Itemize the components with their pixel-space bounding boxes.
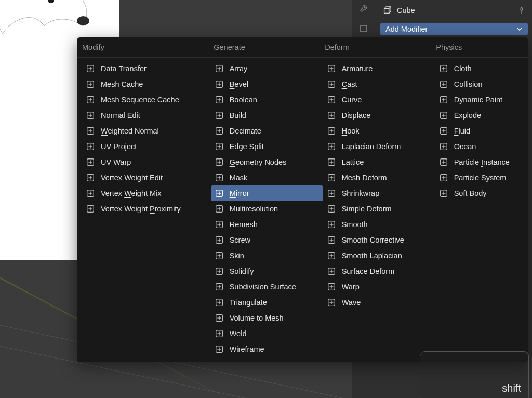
- modifier-item-shrinkwrap[interactable]: Shrinkwrap: [323, 185, 435, 201]
- modifier-item-simple-deform[interactable]: Simple Deform: [323, 201, 435, 217]
- modifier-item-bevel[interactable]: Bevel: [211, 76, 323, 92]
- modifier-item-label: Wave: [342, 298, 361, 307]
- modifier-item-laplacian-deform[interactable]: Laplacian Deform: [323, 139, 435, 154]
- modifier-item-label: Smooth Laplacian: [342, 251, 402, 260]
- modifier-item-mirror[interactable]: Mirror: [211, 185, 323, 201]
- modifier-item-label: Array: [230, 64, 248, 73]
- modifier-item-label: Screw: [230, 236, 250, 244]
- modifier-item-label: Vertex Weight Edit: [101, 174, 163, 182]
- modifier-item-label: Armature: [342, 64, 373, 73]
- modifier-item-uv-warp[interactable]: UV Warp: [82, 154, 211, 170]
- modifier-item-volume-to-mesh[interactable]: Volume to Mesh: [211, 310, 323, 326]
- add-modifier-dropdown[interactable]: Add Modifier: [380, 23, 528, 35]
- modifier-item-soft-body[interactable]: Soft Body: [435, 185, 528, 201]
- modifier-item-warp[interactable]: Warp: [323, 279, 435, 295]
- mesh-cache-icon: [85, 79, 96, 89]
- modifier-item-weighted-normal[interactable]: Weighted Normal: [82, 123, 211, 139]
- tool-settings-icon[interactable]: [354, 4, 373, 14]
- triangulate-icon: [214, 297, 224, 308]
- modifier-item-weld[interactable]: Weld: [211, 326, 323, 341]
- modifier-item-skin[interactable]: Skin: [211, 248, 323, 263]
- modifier-item-cast[interactable]: Cast: [323, 76, 435, 92]
- modifier-item-vertex-weight-edit[interactable]: Vertex Weight Edit: [82, 170, 211, 185]
- modifier-item-hook[interactable]: Hook: [323, 123, 435, 139]
- modifier-item-label: Cloth: [454, 64, 472, 73]
- modifier-item-ocean[interactable]: Ocean: [435, 139, 528, 154]
- modifier-item-fluid[interactable]: Fluid: [435, 123, 528, 139]
- vertex-weight-mix-icon: [85, 188, 96, 198]
- modifier-item-smooth[interactable]: Smooth: [323, 217, 435, 232]
- modifier-item-collision[interactable]: Collision: [435, 76, 528, 92]
- modifier-item-solidify[interactable]: Solidify: [211, 263, 323, 279]
- modifier-item-particle-instance[interactable]: Particle Instance: [435, 154, 528, 170]
- modifier-item-screw[interactable]: Screw: [211, 232, 323, 248]
- subsurf-icon: [214, 282, 224, 292]
- modifier-item-label: Remesh: [230, 220, 258, 229]
- modifier-item-remesh[interactable]: Remesh: [211, 217, 323, 232]
- modifier-item-mesh-sequence-cache[interactable]: Mesh Sequence Cache: [82, 92, 211, 108]
- modifier-item-label: Subdivision Surface: [230, 283, 296, 291]
- modifier-item-vertex-weight-proximity[interactable]: Vertex Weight Proximity: [82, 201, 211, 217]
- particle-system-icon: [438, 173, 449, 183]
- modifier-item-build[interactable]: Build: [211, 108, 323, 123]
- modifier-item-wireframe[interactable]: Wireframe: [211, 341, 323, 357]
- cloth-icon: [438, 63, 449, 74]
- modifier-item-cloth[interactable]: Cloth: [435, 61, 528, 76]
- modifier-item-data-transfer[interactable]: Data Transfer: [82, 61, 211, 76]
- modifier-item-displace[interactable]: Displace: [323, 108, 435, 123]
- pin-icon[interactable]: [517, 6, 526, 15]
- modifier-item-label: Surface Deform: [342, 267, 395, 275]
- uv-project-icon: [85, 141, 96, 152]
- modifier-item-surface-deform[interactable]: Surface Deform: [323, 263, 435, 279]
- modifier-item-boolean[interactable]: Boolean: [211, 92, 323, 108]
- chevron-down-icon: [516, 26, 523, 32]
- key-label: shift: [502, 382, 521, 394]
- modifier-item-label: Mesh Sequence Cache: [101, 96, 179, 104]
- active-object-name: Cube: [397, 6, 415, 15]
- modifier-item-label: Vertex Weight Mix: [101, 189, 162, 197]
- modifier-item-label: Collision: [454, 80, 483, 88]
- decimate-icon: [214, 126, 224, 136]
- modifier-item-label: Build: [230, 111, 246, 120]
- modifier-item-mesh-cache[interactable]: Mesh Cache: [82, 76, 211, 92]
- collision-icon: [438, 79, 449, 89]
- modifier-item-curve[interactable]: Curve: [323, 92, 435, 108]
- modifier-item-label: Warp: [342, 283, 360, 291]
- modifier-item-array[interactable]: Array: [211, 61, 323, 76]
- mask-icon: [214, 173, 224, 183]
- modifier-item-label: Mirror: [230, 189, 249, 197]
- volume-to-mesh-icon: [214, 313, 224, 323]
- skin-icon: [214, 250, 224, 261]
- modifier-item-label: Weighted Normal: [101, 127, 159, 135]
- modifier-item-decimate[interactable]: Decimate: [211, 123, 323, 139]
- modifier-item-label: Wireframe: [230, 345, 264, 353]
- modifier-item-smooth-corrective[interactable]: Smooth Corrective: [323, 232, 435, 248]
- modifier-item-smooth-laplacian[interactable]: Smooth Laplacian: [323, 248, 435, 263]
- modifier-item-geometry-nodes[interactable]: Geometry Nodes: [211, 154, 323, 170]
- modifier-item-label: Smooth Corrective: [342, 236, 404, 244]
- modifier-item-dynamic-paint[interactable]: Dynamic Paint: [435, 92, 528, 108]
- cube-icon: [382, 6, 392, 15]
- modifier-item-lattice[interactable]: Lattice: [323, 154, 435, 170]
- weighted-normal-icon: [85, 126, 96, 136]
- modifier-item-particle-system[interactable]: Particle System: [435, 170, 528, 185]
- particle-instance-icon: [438, 157, 449, 167]
- modifier-item-mesh-deform[interactable]: Mesh Deform: [323, 170, 435, 185]
- modifier-item-triangulate[interactable]: Triangulate: [211, 295, 323, 310]
- modifier-item-wave[interactable]: Wave: [323, 295, 435, 310]
- modifier-item-label: Mesh Deform: [342, 174, 387, 182]
- modifier-item-label: Particle Instance: [454, 158, 510, 166]
- modifier-item-normal-edit[interactable]: Normal Edit: [82, 108, 211, 123]
- modifier-item-vertex-weight-mix[interactable]: Vertex Weight Mix: [82, 185, 211, 201]
- modifier-item-mask[interactable]: Mask: [211, 170, 323, 185]
- modifier-item-explode[interactable]: Explode: [435, 108, 528, 123]
- output-props-icon[interactable]: [354, 24, 373, 33]
- modifier-item-label: Cast: [342, 80, 357, 88]
- modifier-item-multiresolution[interactable]: Multiresolution: [211, 201, 323, 217]
- modifier-item-armature[interactable]: Armature: [323, 61, 435, 76]
- menu-category-deform: Deform: [325, 43, 436, 51]
- modifier-item-edge-split[interactable]: Edge Split: [211, 139, 323, 154]
- modifier-item-subdivision-surface[interactable]: Subdivision Surface: [211, 279, 323, 295]
- modifier-item-uv-project[interactable]: UV Project: [82, 139, 211, 154]
- smooth-lap-icon: [326, 250, 337, 261]
